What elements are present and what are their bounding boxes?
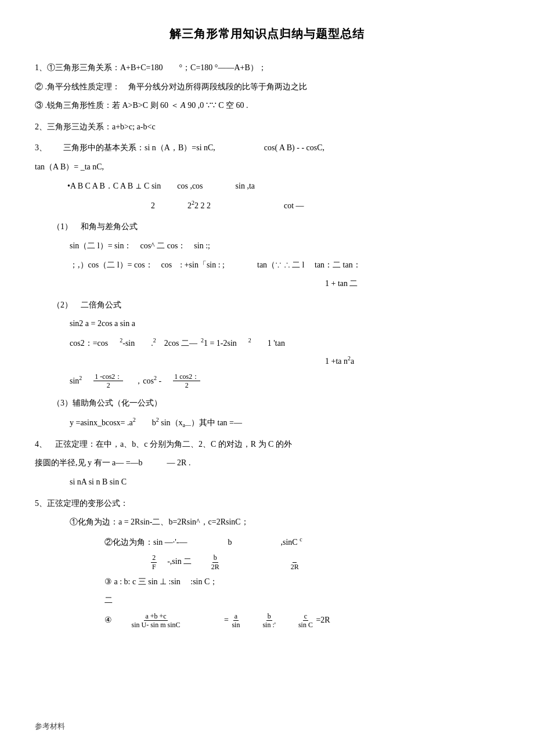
formula: sin（二 l）= sin： cos^ 二 cos： sin :;	[70, 238, 499, 254]
section-2: 2、三角形三边关系：a+b>c; a-b<c	[35, 120, 499, 135]
line: 2 222 2 2 cot —	[151, 197, 499, 214]
formula: ②化边为角：sin —·'-— b ,sinC c	[104, 534, 499, 550]
line: ③ .锐角三角形性质：若 A>B>C 则 60 ＜ A 90 ,0 ∵∵ C 空…	[35, 98, 499, 114]
formula: sin2 a = 2cos a sin a	[70, 316, 499, 332]
formula-block: ②化边为角：sin —·'-— b ,sinC c 2 F -,sin 二 b …	[104, 534, 499, 630]
section-7: 4、 正弦定理：在中，a、b、c 分别为角二、2、C 的对边，R 为 C 的外 …	[35, 437, 499, 490]
formula: 二	[104, 593, 499, 609]
line: 接圆的半径,见 y 有一 a— =—b — 2R .	[35, 455, 499, 471]
line: tan（A B）= _ta nC,	[35, 160, 499, 175]
formula: si nA si n B sin C	[70, 475, 499, 490]
formula-text: cos2：=cos	[70, 336, 108, 350]
line: ② .角平分线性质定理： 角平分线分对边所得两段线段的比等于角两边之比	[35, 79, 499, 95]
formula-row: sin2 1 -cos2： 2 ，cos2 - 1 cos2： 2	[70, 372, 499, 390]
section-5: （2） 二倍角公式 sin2 a = 2cos a sin a cos2：=co…	[35, 298, 499, 390]
line: 5、正弦定理的变形公式：	[35, 496, 499, 512]
section-8: 5、正弦定理的变形公式： ①化角为边：a = 2Rsin-二、b=2Rsin^，…	[35, 496, 499, 630]
subsection-title: （3）辅助角公式（化一公式）	[52, 396, 499, 411]
formula: 1 +ta n2a	[325, 353, 499, 369]
formula: ；,）cos（二 l）= cos： cos : +sin「sin : ; tan…	[70, 258, 499, 273]
section-3: 3、 三角形中的基本关系：si n（A，B）=si nC, cos( A B) …	[35, 140, 499, 214]
section-4: （1） 和角与差角公式 sin（二 l）= sin： cos^ 二 cos： s…	[35, 219, 499, 291]
line: 1、①三角形三角关系：A+B+C=180 °；C=180 °——A+B）；	[35, 60, 499, 76]
formula-row: ④ a +b +c sin U- sin m sinC = a sin b si…	[104, 612, 499, 630]
formula-text: 21 = 1-2sin	[201, 335, 237, 350]
formula-frac: 1 cos2： 2	[173, 372, 200, 390]
subsection-title: （2） 二倍角公式	[52, 298, 499, 313]
formula-text: sin2	[70, 373, 82, 388]
formula-label: ④	[104, 616, 128, 624]
line: 2、三角形三边关系：a+b>c; a-b<c	[35, 120, 499, 135]
line: 3、 三角形中的基本关系：si n（A，B）=si nC, cos( A B) …	[35, 140, 499, 156]
page-title: 解三角形常用知识点归纳与题型总结	[35, 23, 499, 44]
formula: ①化角为边：a = 2Rsin-二、b=2Rsin^，c=2RsinC；	[70, 515, 499, 530]
formula: ③ a : b: c 三 sin ⊥ :sin :sin C；	[104, 574, 499, 590]
formula-text: 2-sin .2 2cos 二—	[111, 335, 197, 350]
footer-note: 参考材料	[35, 719, 65, 733]
formula: 1 + tan 二	[325, 276, 499, 292]
section-6: （3）辅助角公式（化一公式） y =asinx_bcosx= .a2 b2 si…	[35, 396, 499, 431]
formula: y =asinx_bcosx= .a2 b2 sin（xa—）其中 tan =—	[70, 414, 499, 431]
formula: 2 F -,sin 二 b 2R 2R	[151, 554, 499, 571]
formula-frac: 1 -cos2： 2	[93, 372, 123, 390]
section-1: 1、①三角形三角关系：A+B+C=180 °；C=180 °——A+B）； ② …	[35, 60, 499, 114]
formula-text: ，cos2 -	[135, 373, 161, 388]
formula-text: 2 1 'tan	[240, 335, 285, 350]
subsection-title: （1） 和角与差角公式	[52, 219, 499, 235]
line: •A B C A B．C A B ⊥ C sin cos ,cos sin ,t…	[35, 179, 499, 194]
formula-row: cos2：=cos 2-sin .2 2cos 二— 21 = 1-2sin 2…	[70, 335, 499, 350]
line: 4、 正弦定理：在中，a、b、c 分别为角二、2、C 的对边，R 为 C 的外	[35, 437, 499, 453]
